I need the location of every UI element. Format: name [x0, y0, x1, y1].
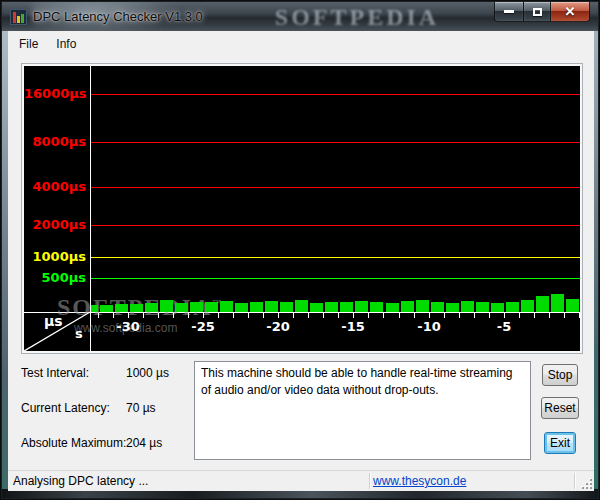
latency-bar: [265, 301, 278, 312]
x-axis-tick: [504, 313, 505, 318]
maximize-icon: [533, 8, 542, 16]
x-axis-tick: [293, 313, 294, 318]
x-axis-tick: [534, 313, 535, 318]
latency-bar: [115, 304, 128, 312]
current-latency-value: 70 µs: [126, 401, 156, 415]
x-axis-tick: [128, 313, 129, 318]
stop-button[interactable]: Stop: [542, 364, 578, 386]
reset-button[interactable]: Reset: [541, 397, 579, 419]
threshold-gridline: [91, 94, 580, 95]
x-axis-tick: [383, 313, 384, 318]
menu-info[interactable]: Info: [49, 33, 83, 55]
icon-bar-green: [21, 14, 24, 23]
y-axis-tick-label: 8000µs: [24, 135, 86, 149]
x-axis-tick-label: -15: [331, 319, 375, 334]
x-axis-tick: [233, 313, 234, 318]
threshold-gridline: [91, 278, 580, 279]
x-axis-tick: [549, 313, 550, 318]
y-axis-tick-label: 500µs: [24, 271, 86, 285]
x-axis-tick: [429, 313, 430, 318]
x-axis-tick: [278, 313, 279, 318]
latency-bar: [386, 303, 399, 312]
menu-file[interactable]: File: [12, 33, 45, 55]
minimize-icon: [504, 10, 514, 13]
x-unit-label: s: [75, 326, 83, 341]
x-axis-tick-label: -5: [482, 319, 526, 334]
test-interval-value: 1000 µs: [126, 366, 169, 380]
latency-bar: [175, 303, 188, 312]
close-button[interactable]: ✕: [551, 2, 590, 22]
x-axis-tick-label: -25: [181, 319, 225, 334]
latency-bar: [431, 302, 444, 312]
x-axis-tick: [158, 313, 159, 318]
latency-bar: [340, 302, 353, 312]
latency-chart-frame: SOFTPEDIA™ www.softpedia.com µs s 16000µ…: [22, 64, 582, 353]
x-axis-tick: [489, 313, 490, 318]
menu-bar: File Info: [8, 31, 594, 57]
x-axis-tick: [143, 313, 144, 318]
x-axis-tick: [98, 313, 99, 318]
y-axis-tick-label: 16000µs: [24, 87, 86, 101]
latency-bar: [401, 301, 414, 312]
latency-bar: [521, 300, 534, 312]
latency-bar: [205, 302, 218, 312]
x-axis-tick: [248, 313, 249, 318]
x-axis-tick-label: -10: [407, 319, 451, 334]
x-axis-tick: [474, 313, 475, 318]
app-icon: [10, 9, 27, 25]
titlebar-watermark: SOFTPEDIA: [257, 4, 457, 31]
latency-bar: [100, 305, 113, 312]
latency-bar: [476, 302, 489, 312]
latency-bar: [370, 302, 383, 312]
window-title: DPC Latency Checker V1.3.0: [33, 9, 203, 24]
statusbar-separator-2: [574, 473, 575, 489]
x-axis-tick: [519, 313, 520, 318]
latency-bar: [506, 302, 519, 312]
chart-plot: SOFTPEDIA™ www.softpedia.com µs s 16000µ…: [24, 66, 580, 351]
y-axis-tick-label: 1000µs: [24, 250, 86, 264]
latency-bar: [446, 303, 459, 312]
y-unit-label: µs: [44, 313, 63, 329]
threshold-gridline: [91, 257, 580, 258]
latency-bar: [160, 300, 173, 312]
latency-bar: [280, 302, 293, 312]
y-axis-tick-label: 4000µs: [24, 180, 86, 194]
x-axis-tick: [338, 313, 339, 318]
latency-bar: [491, 303, 504, 312]
absolute-maximum-label: Absolute Maximum:: [21, 436, 126, 450]
x-axis-tick: [579, 313, 580, 318]
latency-bar: [235, 303, 248, 312]
icon-bar-yellow: [17, 16, 20, 23]
x-axis-tick: [323, 313, 324, 318]
x-axis-tick: [399, 313, 400, 318]
x-axis-tick-label: -30: [106, 319, 150, 334]
latency-bar: [416, 300, 429, 312]
latency-bar: [536, 296, 549, 312]
latency-bar: [145, 303, 158, 312]
latency-bar: [220, 301, 233, 312]
threshold-gridline: [91, 187, 580, 188]
x-axis-tick: [564, 313, 565, 318]
latency-bar: [310, 303, 323, 312]
latency-bar: [190, 302, 203, 312]
latency-bar: [566, 299, 579, 312]
latency-bar: [325, 302, 338, 312]
thesycon-link[interactable]: www.thesycon.de: [373, 474, 466, 488]
y-axis-tick-label: 2000µs: [24, 218, 86, 232]
latency-bar: [551, 294, 564, 312]
x-axis-tick-label: -20: [256, 319, 300, 334]
exit-button[interactable]: Exit: [544, 432, 576, 454]
latency-bar: [295, 300, 308, 312]
x-axis-tick: [173, 313, 174, 318]
maximize-button[interactable]: [524, 2, 551, 22]
minimize-button[interactable]: [494, 2, 524, 22]
threshold-gridline: [91, 142, 580, 143]
x-axis-tick: [444, 313, 445, 318]
test-interval-label: Test Interval:: [21, 366, 89, 380]
latency-bar: [355, 301, 368, 312]
app-window: SOFTPEDIA DPC Latency Checker V1.3.0 ✕ F…: [0, 0, 600, 500]
statusbar-separator: [369, 473, 370, 489]
current-latency-label: Current Latency:: [21, 401, 110, 415]
x-axis-tick: [203, 313, 204, 318]
resize-grip[interactable]: [580, 477, 592, 489]
